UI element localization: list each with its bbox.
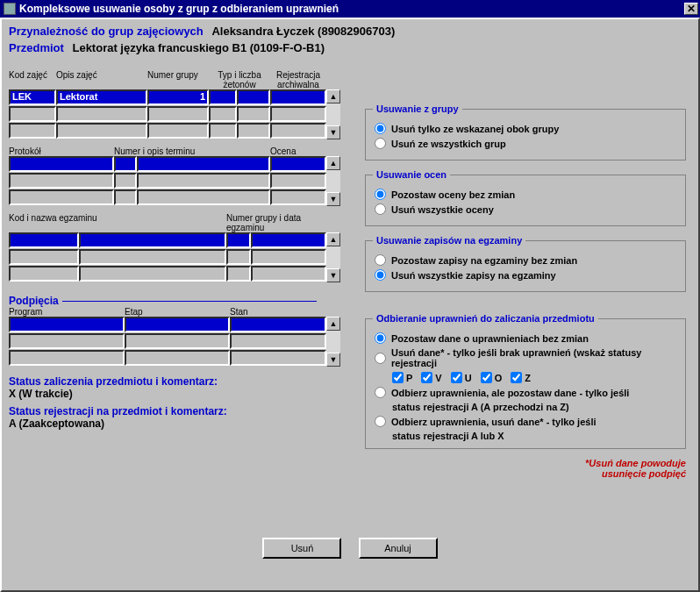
scroll-up-icon[interactable]: ▲	[326, 232, 340, 246]
col-etap: Etap	[125, 307, 230, 317]
status-rejestracji-label: Status rejestracji na przedmiot i koment…	[9, 405, 358, 417]
legend-usuwanie-ocen: Usuwanie ocen	[373, 169, 450, 180]
grid2-scrollbar[interactable]: ▲ ▼	[326, 156, 340, 206]
table-row[interactable]	[9, 123, 326, 139]
titlebar: Kompleksowe usuwanie osoby z grup z odbi…	[0, 0, 700, 18]
col-protokol: Protokół	[9, 146, 114, 156]
close-icon[interactable]: ✕	[684, 3, 698, 15]
col-typ: Typ i liczba żetonów	[209, 70, 270, 89]
subject-header: Przedmiot Lektorat języka francuskiego B…	[9, 41, 691, 54]
membership-header: Przynależność do grup zajęciowych Aleksa…	[9, 25, 691, 38]
grid3-headers: Kod i nazwa egzaminu Numer grupy i data …	[9, 213, 358, 232]
scroll-up-icon[interactable]: ▲	[326, 317, 340, 331]
check-u[interactable]	[451, 372, 462, 383]
table-row[interactable]	[9, 189, 326, 205]
legend-usuwanie-zapisow: Usuwanie zapisów na egzaminy	[373, 235, 525, 246]
label-usun-oceny: Usuń wszystkie oceny	[391, 204, 494, 215]
col-egzamin: Kod i nazwa egzaminu	[9, 213, 226, 232]
status-rejestracji-value: A (Zaakceptowana)	[9, 417, 358, 430]
check-z[interactable]	[511, 372, 522, 383]
radio-usun-dane-brak[interactable]	[375, 353, 386, 364]
table-row[interactable]	[9, 333, 326, 349]
table-row[interactable]: LEK Lektorat 1	[9, 89, 326, 105]
table-row[interactable]	[9, 317, 326, 332]
podpiecia-scrollbar[interactable]: ▲ ▼	[326, 317, 340, 367]
podpiecia-headers: Program Etap Stan	[9, 307, 358, 317]
radio-usun-wszystkie[interactable]	[375, 138, 386, 149]
radio-pozostaw-dane[interactable]	[375, 332, 386, 344]
grid1-scrollbar[interactable]: ▲ ▼	[326, 89, 340, 139]
cell-rej[interactable]	[270, 89, 326, 105]
status-zaliczenia-value: X (W trakcie)	[9, 388, 358, 400]
table-row[interactable]	[9, 232, 326, 248]
person-name: Aleksandra Łyczek (89082906703)	[211, 25, 395, 38]
label-pozostaw-zapisy: Pozostaw zapisy na egzaminy bez zmian	[391, 255, 577, 266]
group-usuwanie-zapisow: Usuwanie zapisów na egzaminy Pozostaw za…	[365, 235, 686, 292]
col-numer: Numer grupy	[147, 70, 209, 89]
grid2-headers: Protokół Numer i opis terminu Ocena	[9, 146, 358, 156]
check-v[interactable]	[421, 372, 432, 383]
membership-label: Przynależność do grup zajęciowych	[9, 25, 204, 38]
group-odbieranie-uprawnien: Odbieranie uprawnień do zaliczania przed…	[365, 313, 686, 449]
scroll-down-icon[interactable]: ▼	[326, 353, 340, 367]
check-o[interactable]	[481, 372, 492, 383]
radio-usun-oceny[interactable]	[375, 203, 386, 215]
usun-button[interactable]: Usuń	[262, 538, 341, 559]
podpiecia-title: Podpięcia	[9, 295, 358, 307]
window-title: Kompleksowe usuwanie osoby z grup z odbi…	[19, 3, 339, 15]
col-program: Program	[9, 307, 125, 317]
radio-odbierz-usun[interactable]	[375, 416, 386, 427]
col-rej: Rejestracja archiwalna	[270, 70, 326, 89]
scroll-up-icon[interactable]: ▲	[326, 156, 340, 170]
radio-pozostaw-zapisy[interactable]	[375, 254, 386, 266]
radio-odbierz-pozostaw[interactable]	[375, 387, 386, 398]
label-pozostaw-dane: Pozostaw dane o uprawnieniach bez zmian	[391, 333, 589, 344]
radio-usun-wskazana[interactable]	[375, 123, 386, 134]
group-usuwanie-grupy: Usuwanie z grupy Usuń tylko ze wskazanej…	[365, 103, 686, 160]
cell-opis[interactable]: Lektorat	[56, 89, 147, 105]
subject-value: Lektorat języka francuskiego B1 (0109-F-…	[72, 41, 325, 54]
table-row[interactable]	[9, 106, 326, 122]
cell-typ2[interactable]	[237, 89, 270, 105]
grid3-scrollbar[interactable]: ▲ ▼	[326, 232, 340, 282]
table-row[interactable]	[9, 266, 326, 282]
label-odbierz-usun: Odbierz uprawnienia, usuń dane* - tylko …	[391, 417, 596, 427]
app-icon	[4, 3, 16, 15]
col-opis: Opis zajęć	[56, 70, 147, 89]
label-odbierz-pozostaw-2: status rejestracji A (A przechodzi na Z)	[392, 402, 678, 412]
scroll-up-icon[interactable]: ▲	[326, 89, 340, 103]
label-usun-wszystkie: Usuń ze wszystkich grup	[391, 139, 506, 149]
subject-label: Przedmiot	[9, 41, 64, 54]
scroll-down-icon[interactable]: ▼	[326, 192, 340, 206]
legend-usuwanie-grupy: Usuwanie z grupy	[373, 103, 462, 114]
legend-odbieranie: Odbieranie uprawnień do zaliczania przed…	[373, 313, 598, 324]
table-row[interactable]	[9, 173, 326, 189]
check-p[interactable]	[392, 372, 404, 383]
col-ocena: Ocena	[270, 146, 326, 156]
col-termin: Numer i opis terminu	[114, 146, 270, 156]
table-row[interactable]	[9, 156, 326, 172]
anuluj-button[interactable]: Anuluj	[359, 538, 438, 559]
label-pozostaw-oceny: Pozostaw oceny bez zmian	[391, 189, 515, 200]
table-row[interactable]	[9, 350, 326, 366]
label-usun-zapisy: Usuń wszystkie zapisy na egzaminy	[391, 270, 556, 281]
label-odbierz-pozostaw: Odbierz uprawnienia, ale pozostaw dane -…	[391, 388, 629, 398]
status-checkboxes: P V U O Z	[392, 372, 678, 383]
status-zaliczenia-label: Status zaliczenia przedmiotu i komentarz…	[9, 375, 358, 388]
table-row[interactable]	[9, 249, 326, 265]
cell-kod[interactable]: LEK	[9, 89, 56, 105]
radio-pozostaw-oceny[interactable]	[375, 189, 386, 200]
col-stan: Stan	[230, 307, 326, 317]
label-odbierz-usun-2: status rejestracji A lub X	[392, 431, 678, 441]
cell-numer[interactable]: 1	[147, 89, 209, 105]
col-grupa-data: Numer grupy i data egzaminu	[226, 213, 326, 232]
radio-usun-zapisy[interactable]	[375, 269, 386, 281]
col-kod: Kod zajęć	[9, 70, 56, 89]
scroll-down-icon[interactable]: ▼	[326, 125, 340, 139]
label-usun-dane-brak: Usuń dane* - tylko jeśli brak uprawnień …	[391, 347, 678, 368]
group-usuwanie-ocen: Usuwanie ocen Pozostaw oceny bez zmian U…	[365, 169, 686, 226]
label-usun-wskazana: Usuń tylko ze wskazanej obok grupy	[391, 124, 559, 134]
scroll-down-icon[interactable]: ▼	[326, 268, 340, 282]
cell-typ1[interactable]	[209, 89, 237, 105]
grid1-headers: Kod zajęć Opis zajęć Numer grupy Typ i l…	[9, 70, 358, 89]
